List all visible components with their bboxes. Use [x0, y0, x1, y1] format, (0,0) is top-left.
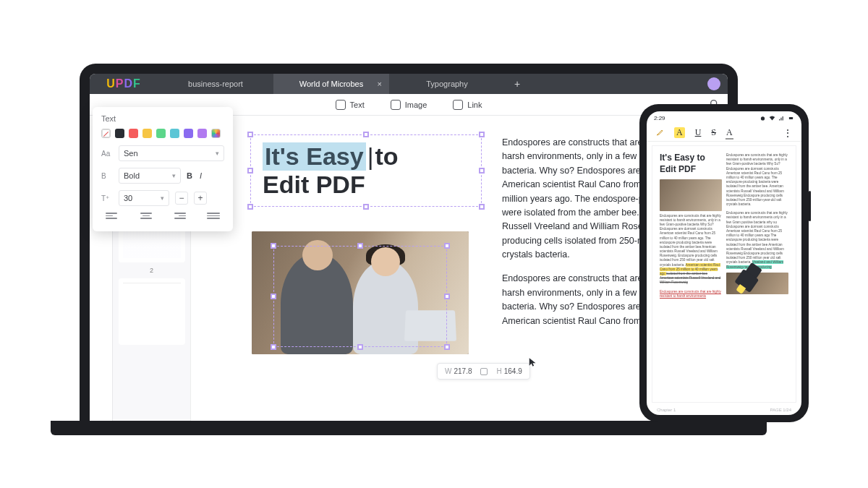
phone-annotate-toolbar: A U S A ⋮ [647, 124, 801, 142]
signal-icon [778, 115, 785, 121]
app-tabbar: UPDF business-report World of Microbes ×… [90, 74, 728, 94]
phone-status-bar: 2:29 [647, 111, 801, 124]
pen-icon[interactable] [655, 128, 664, 138]
phone-col-left: Endospores are constructs that are highl… [660, 214, 722, 286]
image-icon [391, 100, 401, 110]
swatch-red[interactable] [129, 129, 138, 138]
chevron-down-icon: ▾ [216, 150, 219, 157]
bold-button[interactable]: B [187, 171, 192, 180]
size-increase-button[interactable]: + [194, 192, 207, 205]
weight-row: B Bold ▾ B I [101, 168, 224, 184]
phone-title-b: Edit PDF [660, 165, 722, 175]
tool-label: Image [405, 100, 427, 109]
tab-world-of-microbes[interactable]: World of Microbes × [273, 74, 389, 94]
font-label: Aa [101, 150, 113, 158]
phone-time: 2:29 [654, 115, 665, 121]
title-line2: Edit PDF [263, 171, 469, 199]
selection-handle[interactable] [479, 204, 485, 210]
tool-text[interactable]: Text [336, 100, 365, 110]
thumb-page-number: 2 [119, 267, 184, 274]
italic-button[interactable]: I [200, 171, 202, 180]
lock-aspect-icon[interactable] [480, 368, 488, 375]
selection-handle[interactable] [363, 204, 369, 210]
phone-footer-right: PAGE 1/24 [770, 408, 791, 412]
more-icon[interactable]: ⋮ [783, 127, 793, 139]
cursor-icon [528, 357, 538, 367]
tab-business-report[interactable]: business-report [158, 74, 273, 94]
thumbnail-page-3[interactable] [119, 278, 185, 345]
weight-value: Bold [124, 171, 140, 180]
tool-label: Link [467, 100, 482, 109]
selection-handle[interactable] [247, 204, 253, 210]
phone-side-button [809, 191, 811, 221]
font-value: Sen [124, 149, 138, 158]
squiggly-tool[interactable]: A [726, 127, 733, 138]
selection-handle[interactable] [363, 132, 369, 137]
swatch-black[interactable] [115, 129, 124, 138]
size-value: 30 [124, 194, 132, 202]
dimension-readout: W217.8 H164.9 [437, 363, 530, 380]
phone-col-right-top: Endospores are constructs that are highl… [726, 153, 788, 207]
image-content [252, 231, 469, 354]
selection-handle[interactable] [479, 132, 485, 137]
selected-text: It's Easy [263, 142, 366, 171]
width-value: 217.8 [454, 367, 472, 375]
tab-label: World of Microbes [299, 80, 363, 88]
weight-select[interactable]: Bold ▾ [119, 168, 181, 184]
tool-image[interactable]: Image [391, 100, 427, 110]
tool-label: Text [350, 100, 365, 109]
align-center-button[interactable] [135, 213, 157, 226]
tool-link[interactable]: Link [453, 100, 482, 110]
svg-rect-11 [789, 117, 793, 119]
selection-handle[interactable] [479, 168, 485, 174]
alarm-icon [760, 115, 766, 121]
phone-page[interactable]: It's Easy to Edit PDF Endospores are con… [652, 146, 796, 402]
alignment-row [101, 213, 224, 226]
swatch-purple[interactable] [184, 129, 193, 138]
size-label: T⁺ [101, 194, 113, 202]
underline-tool[interactable]: U [695, 127, 702, 138]
size-select[interactable]: 30 ▾ [119, 190, 169, 206]
swatch-violet[interactable] [197, 129, 207, 138]
height-label: H [496, 367, 501, 375]
phone-col-red: Endospores are constructs that are highl… [660, 290, 722, 299]
phone-frame: 2:29 A U S A ⋮ It's Easy to Edit PDF [639, 104, 809, 422]
swatch-cyan[interactable] [170, 129, 179, 138]
highlight-tool[interactable]: A [674, 127, 685, 138]
selection-handle[interactable] [247, 168, 253, 174]
link-icon [453, 100, 463, 110]
swatch-none[interactable] [101, 129, 111, 138]
phone-page-footer: Chapter 1 PAGE 1/24 [647, 408, 801, 412]
image-object[interactable] [252, 231, 469, 354]
align-left-button[interactable] [101, 213, 123, 226]
phone-title-a: It's Easy to [660, 153, 722, 163]
text-icon [336, 100, 346, 110]
tab-label: business-report [188, 80, 243, 88]
width-label: W [445, 367, 451, 375]
swatch-more-colors[interactable] [211, 129, 221, 138]
new-tab-button[interactable]: + [505, 74, 529, 94]
swatch-yellow[interactable] [142, 129, 152, 138]
svg-point-10 [761, 116, 765, 120]
size-decrease-button[interactable]: − [175, 192, 188, 205]
strikethrough-tool[interactable]: S [711, 127, 716, 138]
color-swatches [101, 129, 224, 138]
title-rest: to [375, 142, 398, 170]
text-properties-panel[interactable]: Text Aa Sen ▾ B Bold ▾ B I T⁺ 30 ▾ [93, 107, 233, 231]
close-icon[interactable]: × [378, 80, 382, 88]
align-right-button[interactable] [169, 213, 190, 226]
swatch-green[interactable] [156, 129, 166, 138]
wifi-icon [769, 115, 775, 121]
chevron-down-icon: ▾ [172, 172, 176, 179]
phone-footer-left: Chapter 1 [657, 408, 676, 412]
selection-handle[interactable] [247, 132, 253, 137]
chevron-down-icon: ▾ [161, 194, 164, 202]
tab-typography[interactable]: Typography [389, 74, 505, 94]
text-edit-box[interactable]: It's Easy|to Edit PDF [250, 134, 482, 207]
phone-image-1 [660, 179, 722, 211]
align-justify-button[interactable] [203, 213, 224, 226]
user-avatar[interactable] [707, 77, 720, 90]
laptop-base [51, 421, 767, 435]
battery-icon [788, 115, 794, 121]
font-select[interactable]: Sen ▾ [119, 145, 224, 161]
